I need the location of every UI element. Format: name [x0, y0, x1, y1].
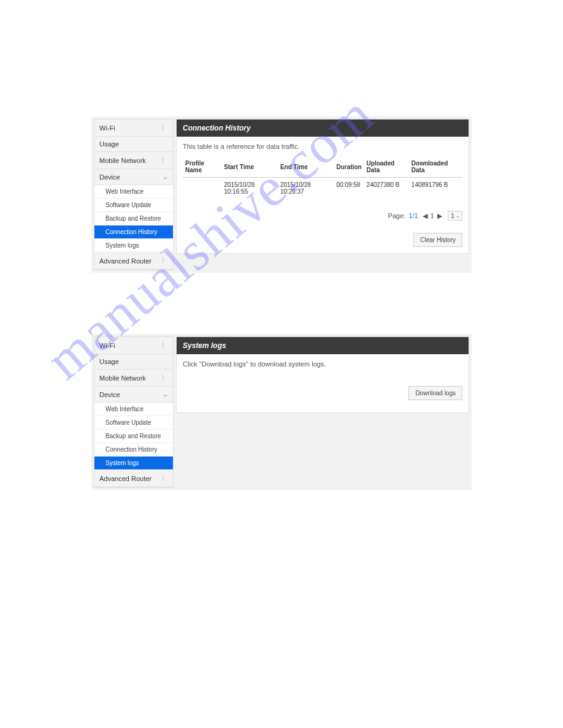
system-logs-panel: Wi-Fi 〉 Usage Mobile Network 〉 Device ⌄ … — [91, 334, 472, 490]
sidebar-item-wifi[interactable]: Wi-Fi 〉 — [94, 119, 173, 137]
sidebar-item-advanced-router[interactable]: Advanced Router 〉 — [94, 252, 173, 270]
pager-dropdown-value: 1 — [451, 212, 454, 219]
chevron-down-icon: ⌄ — [163, 390, 168, 398]
sidebar-sub-system-logs[interactable]: System logs — [94, 239, 173, 252]
chevron-right-icon: 〉 — [161, 256, 168, 265]
download-logs-button[interactable]: Download logs — [408, 386, 462, 400]
content-description: This table is a reference for data traff… — [183, 143, 462, 150]
table-header-row: Profile Name Start Time End Time Duratio… — [183, 156, 462, 178]
sidebar-sub-backup-restore[interactable]: Backup and Restore — [94, 430, 173, 443]
sidebar-item-mobile-network[interactable]: Mobile Network 〉 — [94, 370, 173, 387]
cell-start: 2015/10/28 10:16:55 — [221, 178, 278, 199]
table-row: 2015/10/28 10:16:55 2015/10/28 10:26:37 … — [183, 178, 462, 199]
sidebar-item-usage[interactable]: Usage — [94, 137, 173, 152]
content-body: Click "Download logs" to download system… — [177, 354, 469, 412]
sidebar-label: Mobile Network — [99, 157, 146, 164]
cell-duration: 00:09:58 — [334, 178, 364, 199]
sidebar-label: Usage — [99, 358, 119, 365]
cell-uploaded: 24027380 B — [364, 178, 409, 199]
col-uploaded-data: Uploaded Data — [364, 156, 409, 178]
col-start-time: Start Time — [221, 156, 278, 178]
chevron-down-icon: ⌄ — [456, 213, 461, 219]
sidebar-label: Wi-Fi — [99, 342, 115, 349]
sidebar-sub-connection-history[interactable]: Connection History — [94, 443, 173, 457]
pager-label: Page: — [388, 212, 405, 219]
footer-actions: Clear History — [177, 233, 469, 253]
cell-downloaded: 140891796 B — [409, 178, 462, 199]
sidebar-label: Advanced Router — [99, 475, 151, 482]
sidebar-item-device[interactable]: Device ⌄ — [94, 169, 173, 185]
pager-prev-icon[interactable]: ◀ — [423, 212, 427, 219]
pager-page: 1 — [431, 212, 434, 219]
content-title: System logs — [177, 337, 469, 354]
chevron-down-icon: ⌄ — [163, 173, 168, 181]
sidebar-nav-2: Wi-Fi 〉 Usage Mobile Network 〉 Device ⌄ … — [94, 336, 174, 488]
connection-history-panel: Wi-Fi 〉 Usage Mobile Network 〉 Device ⌄ … — [91, 116, 472, 273]
sidebar-label: Advanced Router — [99, 257, 151, 265]
sidebar-sub-web-interface[interactable]: Web Interface — [94, 185, 173, 199]
sidebar-item-wifi[interactable]: Wi-Fi 〉 — [94, 337, 173, 354]
sidebar-nav-1: Wi-Fi 〉 Usage Mobile Network 〉 Device ⌄ … — [94, 119, 174, 270]
sidebar-item-advanced-router[interactable]: Advanced Router 〉 — [94, 470, 173, 487]
pager-next-icon[interactable]: ▶ — [437, 212, 442, 219]
content-body: This table is a reference for data traff… — [177, 137, 469, 233]
sidebar-sub-system-logs[interactable]: System logs — [94, 457, 173, 470]
sidebar-sub-backup-restore[interactable]: Backup and Restore — [94, 212, 173, 226]
sidebar-item-usage[interactable]: Usage — [94, 354, 173, 370]
sidebar-sub-web-interface[interactable]: Web Interface — [94, 403, 173, 416]
sidebar-sub-software-update[interactable]: Software Update — [94, 199, 173, 212]
content-pane-system-logs: System logs Click "Download logs" to dow… — [176, 336, 469, 413]
clear-history-button[interactable]: Clear History — [413, 233, 462, 247]
sidebar-label: Wi-Fi — [99, 124, 115, 132]
chevron-right-icon: 〉 — [161, 156, 168, 165]
sidebar-label: Device — [99, 391, 120, 398]
chevron-right-icon: 〉 — [161, 341, 168, 350]
footer-actions: Download logs — [183, 374, 462, 406]
sidebar-label: Device — [99, 173, 120, 181]
sidebar-sub-software-update[interactable]: Software Update — [94, 416, 173, 430]
sidebar-label: Usage — [99, 140, 119, 148]
sidebar-item-device[interactable]: Device ⌄ — [94, 387, 173, 403]
col-profile-name: Profile Name — [183, 156, 221, 178]
sidebar-sub-connection-history[interactable]: Connection History — [94, 226, 173, 239]
chevron-right-icon: 〉 — [161, 474, 168, 483]
content-pane-connection-history: Connection History This table is a refer… — [176, 119, 469, 254]
cell-profile — [183, 178, 221, 199]
content-title: Connection History — [177, 119, 469, 137]
chevron-right-icon: 〉 — [161, 373, 168, 382]
connection-history-table: Profile Name Start Time End Time Duratio… — [183, 156, 462, 199]
col-downloaded-data: Downloaded Data — [409, 156, 462, 178]
pagination: Page: 1/1 ◀ 1 ▶ 1 ⌄ — [183, 199, 462, 227]
col-end-time: End Time — [278, 156, 334, 178]
content-description: Click "Download logs" to download system… — [183, 360, 462, 368]
chevron-right-icon: 〉 — [161, 123, 168, 132]
sidebar-label: Mobile Network — [99, 374, 146, 382]
pager-dropdown[interactable]: 1 ⌄ — [448, 211, 462, 221]
pager-current: 1/1 — [408, 212, 418, 219]
sidebar-item-mobile-network[interactable]: Mobile Network 〉 — [94, 152, 173, 169]
cell-end: 2015/10/28 10:26:37 — [278, 178, 334, 199]
col-duration: Duration — [334, 156, 364, 178]
